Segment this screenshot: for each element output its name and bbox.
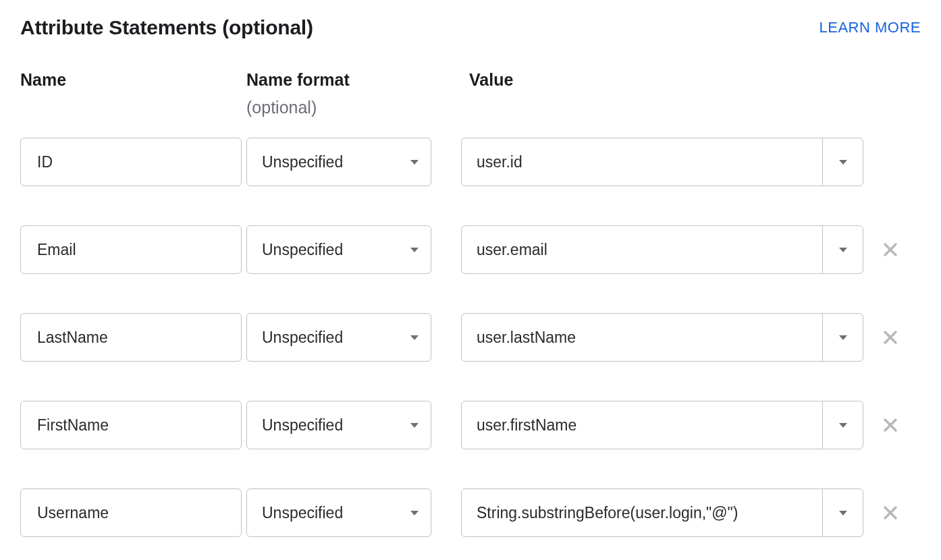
section-header: Attribute Statements (optional) LEARN MO… (20, 16, 921, 39)
attribute-row: Unspecifieduser.lastName (20, 313, 921, 362)
name-input[interactable] (36, 416, 226, 435)
remove-row-button[interactable] (863, 417, 898, 433)
chevron-down-icon[interactable] (398, 401, 431, 449)
value-text: user.lastName (462, 329, 822, 347)
attribute-row: Unspecifieduser.email (20, 225, 921, 274)
name-input-wrapper (20, 488, 242, 537)
value-text: String.substringBefore(user.login,"@") (462, 504, 822, 522)
name-input[interactable] (36, 503, 226, 523)
value-select[interactable]: user.firstName (461, 401, 863, 449)
name-input-wrapper (20, 225, 242, 274)
remove-row-button[interactable] (863, 242, 898, 258)
chevron-down-icon[interactable] (822, 489, 863, 536)
chevron-down-icon[interactable] (398, 489, 431, 536)
name-input-wrapper (20, 401, 242, 449)
chevron-down-icon[interactable] (822, 226, 863, 273)
learn-more-link[interactable]: LEARN MORE (819, 19, 921, 36)
name-format-select[interactable]: Unspecified (246, 401, 431, 449)
close-icon (882, 505, 898, 521)
name-input[interactable] (36, 152, 226, 172)
columns-header: Name Name format (optional) Value (20, 70, 921, 117)
name-format-value: Unspecified (247, 504, 398, 522)
value-select[interactable]: user.lastName (461, 313, 863, 362)
chevron-down-icon[interactable] (822, 138, 863, 186)
name-input-wrapper (20, 138, 242, 186)
column-name-label: Name (20, 70, 246, 90)
value-text: user.firstName (462, 416, 822, 435)
chevron-down-icon[interactable] (398, 138, 431, 186)
name-format-value: Unspecified (247, 153, 398, 171)
chevron-down-icon[interactable] (398, 226, 431, 273)
remove-row-button[interactable] (863, 329, 898, 345)
name-format-select[interactable]: Unspecified (246, 225, 431, 274)
attribute-row: Unspecifieduser.id (20, 138, 921, 186)
chevron-down-icon[interactable] (822, 314, 863, 361)
attribute-row: Unspecifieduser.firstName (20, 401, 921, 449)
close-icon (882, 242, 898, 258)
value-select[interactable]: user.id (461, 138, 863, 186)
value-select[interactable]: user.email (461, 225, 863, 274)
name-format-select[interactable]: Unspecified (246, 138, 431, 186)
value-text: user.email (462, 241, 822, 259)
name-format-select[interactable]: Unspecified (246, 488, 431, 537)
value-text: user.id (462, 153, 822, 171)
name-input[interactable] (36, 240, 226, 260)
section-title: Attribute Statements (optional) (20, 16, 313, 39)
name-format-select[interactable]: Unspecified (246, 313, 431, 362)
attribute-row: UnspecifiedString.substringBefore(user.l… (20, 488, 921, 537)
remove-row-button[interactable] (863, 505, 898, 521)
column-format-label: Name format (246, 70, 469, 90)
chevron-down-icon[interactable] (822, 401, 863, 449)
chevron-down-icon[interactable] (398, 314, 431, 361)
close-icon (882, 417, 898, 433)
attribute-rows: Unspecifieduser.idUnspecifieduser.emailU… (20, 138, 921, 537)
close-icon (882, 329, 898, 345)
name-format-value: Unspecified (247, 416, 398, 435)
name-format-value: Unspecified (247, 241, 398, 259)
name-format-value: Unspecified (247, 329, 398, 347)
column-format-sublabel: (optional) (246, 98, 469, 117)
column-value-label: Value (469, 70, 921, 90)
name-input-wrapper (20, 313, 242, 362)
value-select[interactable]: String.substringBefore(user.login,"@") (461, 488, 863, 537)
name-input[interactable] (36, 328, 226, 347)
